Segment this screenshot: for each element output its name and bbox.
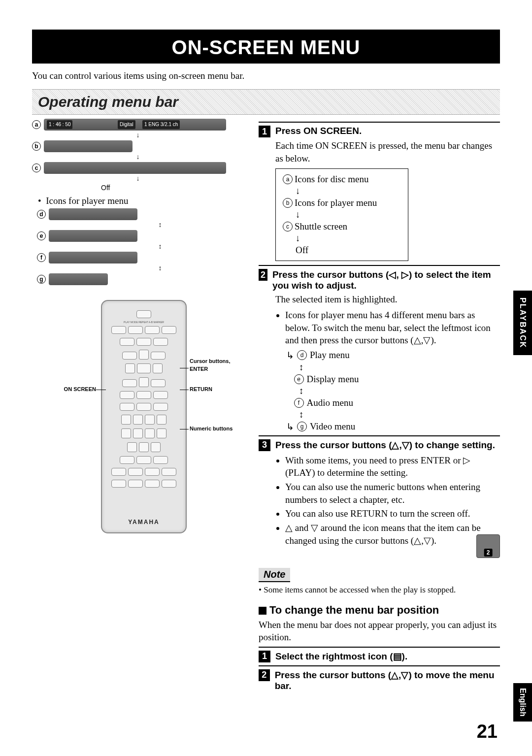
note-text: • Some items cannot be accessed when the… <box>259 585 500 595</box>
tab-playback: PLAYBACK <box>513 291 532 355</box>
label-a: a <box>32 120 41 129</box>
change-position-heading: To change the menu bar position <box>259 604 500 617</box>
submenu-cycle-box: ↳ dPlay menu ↕ eDisplay menu ↕ fAudio me… <box>286 350 500 432</box>
updown-arrow-icon: ↕ <box>76 264 244 272</box>
time-seg: 1 : 46 : 50 <box>47 120 72 129</box>
step-2-heading: Press the cursor buttons (◁, ▷) to selec… <box>272 269 500 291</box>
off-label: Off <box>101 184 244 192</box>
video-menu-bar <box>49 273 108 285</box>
step-1-heading: Press ON SCREEN. <box>275 126 362 137</box>
label-g: g <box>37 275 46 284</box>
down-arrow-icon: ↓ <box>32 131 244 139</box>
section-heading: Operating menu bar <box>32 89 500 115</box>
change-position-body: When the menu bar does not appear proper… <box>259 619 500 644</box>
step-1-icon: 1 <box>259 126 270 137</box>
example-icon <box>476 534 500 558</box>
brand-label: YAMAHA <box>102 519 186 526</box>
change-step-1-icon: 1 <box>259 651 270 662</box>
remote-illustration: PLAY MODE REPEAT A-B MARKER <box>101 300 187 533</box>
step-1-body: Each time ON SCREEN is pressed, the menu… <box>275 139 500 164</box>
label-e: e <box>37 231 46 240</box>
note-heading: Note <box>259 568 290 582</box>
change-step-2-icon: 2 <box>259 669 270 681</box>
callout-cursor: Cursor buttons, <box>190 358 231 364</box>
step-2-icon: 2 <box>259 269 267 281</box>
display-menu-bar <box>49 230 137 242</box>
down-arrow-icon: ↓ <box>32 175 244 183</box>
step-3-icon: 3 <box>259 439 270 451</box>
step-3-bullet-4: △ and ▽ around the icon means that the i… <box>285 522 500 547</box>
label-c: c <box>32 164 41 172</box>
menu-cycle-box: aIcons for disc menu ↓ bIcons for player… <box>275 168 408 261</box>
updown-arrow-icon: ↕ <box>76 243 244 251</box>
intro-text: You can control various items using on-s… <box>32 70 500 81</box>
callout-return: RETURN <box>190 386 212 392</box>
page-title: ON-SCREEN MENU <box>32 30 500 64</box>
audio-menu-bar <box>49 252 137 263</box>
player-icons-heading: • Icons for player menu <box>38 196 244 206</box>
tab-english: English <box>513 683 532 722</box>
label-f: f <box>37 253 46 262</box>
change-step-2: Press the cursor buttons (△,▽) to move t… <box>275 669 500 691</box>
disc-menu-bar: 1 : 46 : 50 Digital 1 ENG 3/2.1 ch <box>44 119 226 131</box>
down-arrow-icon: ↓ <box>32 153 244 161</box>
player-menu-bar <box>44 140 133 152</box>
callout-numeric: Numeric buttons <box>190 426 233 431</box>
step-3-heading: Press the cursor buttons (△,▽) to change… <box>275 439 495 451</box>
shuttle-bar <box>44 162 226 174</box>
label-d: d <box>37 210 46 219</box>
step-3-bullet-1: With some items, you need to press ENTER… <box>285 454 500 479</box>
callout-enter: ENTER <box>190 366 208 372</box>
step-2-body: The selected item is highlighted. <box>275 293 500 306</box>
step-2-bullet: Icons for player menu has 4 different me… <box>285 309 500 347</box>
label-b: b <box>32 142 41 151</box>
step-3-bullet-3: You can also use RETURN to turn the scre… <box>285 507 500 520</box>
callout-on-screen: ON SCREEN <box>32 386 96 392</box>
audio-seg: 1 ENG 3/2.1 ch <box>142 120 180 129</box>
digital-seg: Digital <box>118 120 135 129</box>
play-menu-bar <box>49 208 137 220</box>
change-step-1: Select the rightmost icon (▤). <box>275 651 407 662</box>
step-3-bullet-2: You can also use the numeric buttons whe… <box>285 481 500 506</box>
updown-arrow-icon: ↕ <box>76 221 244 229</box>
page-number: 21 <box>477 721 498 742</box>
